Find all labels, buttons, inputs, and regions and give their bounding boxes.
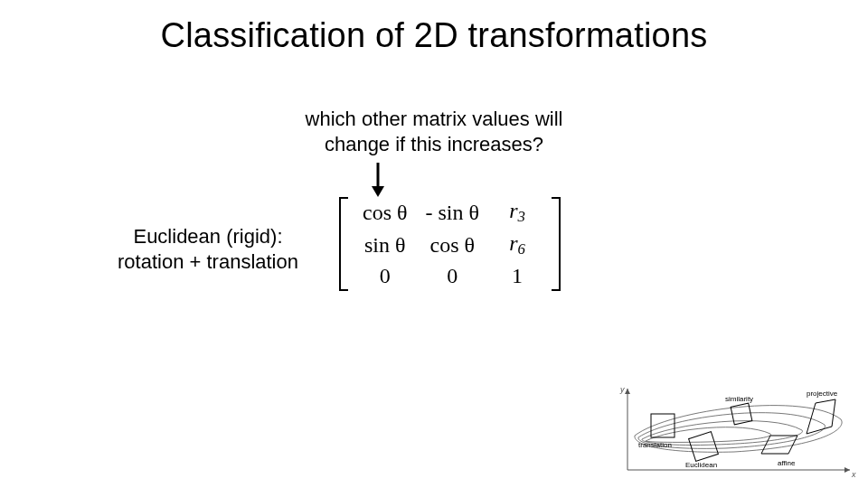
slide: Classification of 2D transformations whi… xyxy=(0,0,868,488)
diagram-translation-label: translation xyxy=(638,441,672,449)
question-line-1: which other matrix values will xyxy=(306,108,563,130)
svg-marker-5 xyxy=(625,389,630,394)
matrix-cell-22: 1 xyxy=(488,261,546,291)
matrix-cell-20: 0 xyxy=(354,261,417,291)
transformations-diagram: y x translation Euclidean similarity aff… xyxy=(617,381,861,481)
question-text: which other matrix values will change if… xyxy=(0,107,868,156)
matrix-cell-12: r6 xyxy=(488,229,546,261)
matrix-cell-01: - sin θ xyxy=(417,196,489,229)
axis-y-label: y xyxy=(619,385,625,394)
label-line-1: Euclidean (rigid): xyxy=(133,225,282,248)
matrix-cell-10: sin θ xyxy=(354,229,417,261)
diagram-euclidean-label: Euclidean xyxy=(685,461,717,469)
diagram-similarity-label: similarity xyxy=(725,395,753,403)
matrix-r6-sub: 6 xyxy=(517,240,524,258)
matrix-r3-sub: 3 xyxy=(517,208,524,225)
bracket-left-icon xyxy=(339,197,348,291)
transformation-label: Euclidean (rigid): rotation + translatio… xyxy=(90,224,326,274)
slide-title: Classification of 2D transformations xyxy=(0,16,868,55)
matrix-cell-11: cos θ xyxy=(417,229,489,261)
matrix-cell-21: 0 xyxy=(417,261,489,291)
diagram-projective-label: projective xyxy=(807,389,838,398)
svg-marker-3 xyxy=(844,467,850,473)
matrix-cell-02: r3 xyxy=(488,196,546,229)
axis-x-label: x xyxy=(851,470,856,479)
matrix-cell-00: cos θ xyxy=(354,196,417,229)
svg-marker-10 xyxy=(807,399,835,434)
matrix-body: cos θ - sin θ r3 sin θ cos θ r6 0 0 1 xyxy=(354,196,546,291)
question-line-2: change if this increases? xyxy=(325,133,543,155)
bracket-right-icon xyxy=(552,197,561,291)
label-line-2: rotation + translation xyxy=(118,250,298,273)
svg-rect-7 xyxy=(689,432,719,462)
arrow-down-icon xyxy=(369,161,387,197)
diagram-affine-label: affine xyxy=(778,459,796,467)
matrix-display: cos θ - sin θ r3 sin θ cos θ r6 0 0 1 xyxy=(339,196,561,291)
